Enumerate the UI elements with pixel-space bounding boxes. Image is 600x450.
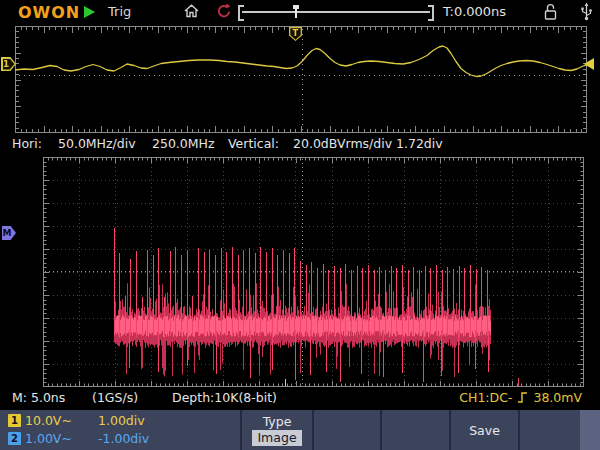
rising-edge-icon bbox=[517, 391, 528, 404]
trigger-status-label: Trig bbox=[108, 4, 131, 19]
trigger-source: CH1:DC- bbox=[459, 390, 512, 405]
type-label: Type bbox=[263, 414, 292, 429]
bar-left-bracket bbox=[238, 5, 244, 21]
sample-rate-readout: (1GS/s) bbox=[92, 390, 138, 405]
unlock-icon bbox=[543, 3, 558, 21]
acquisition-status-row: M: 5.0ns (1GS/s) Depth:10K(8-bit) CH1:DC… bbox=[0, 390, 600, 407]
fft-spectrum-display bbox=[43, 157, 584, 387]
trigger-position-bar[interactable] bbox=[238, 5, 434, 18]
bar-line bbox=[242, 11, 430, 13]
ch1-readout[interactable]: 1 10.0V~ 1.00div bbox=[8, 413, 145, 428]
oscilloscope-screen: OWON Trig T:0.000ns bbox=[0, 0, 600, 450]
menu-cell-type[interactable]: Type Image bbox=[242, 410, 312, 450]
trigger-level-readout: 38.0mV bbox=[533, 390, 582, 405]
run-play-icon bbox=[84, 6, 95, 18]
save-label: Save bbox=[469, 423, 500, 438]
hori-label: Hori: bbox=[12, 136, 42, 151]
timebase-readout: M: 5.0ns bbox=[12, 390, 65, 405]
menu-divider bbox=[518, 410, 520, 450]
ch1-waveform-display bbox=[15, 26, 587, 133]
top-status-bar: OWON Trig T:0.000ns bbox=[0, 0, 600, 25]
trigger-level-arrow[interactable] bbox=[584, 58, 594, 70]
center-frequency: 250.0MHz bbox=[152, 136, 215, 151]
ch2-volts-per-div: 1.00V~ bbox=[25, 431, 80, 446]
type-value-image[interactable]: Image bbox=[252, 430, 301, 446]
fft-settings-row: Hori: 50.0MHz/div 250.0MHz Vertical: 20.… bbox=[0, 136, 600, 153]
bar-right-bracket bbox=[428, 5, 434, 21]
ch2-offset: -1.00div bbox=[98, 431, 149, 446]
trigger-time-readout: T:0.000ns bbox=[443, 4, 506, 19]
menu-divider bbox=[312, 410, 314, 450]
refresh-icon[interactable] bbox=[215, 3, 232, 20]
ch1-position-marker[interactable]: 1 bbox=[1, 57, 16, 71]
usb-icon bbox=[580, 2, 593, 22]
ch1-badge: 1 bbox=[8, 414, 21, 427]
hori-scale: 50.0MHz/div bbox=[58, 136, 136, 151]
vertical-scale: 20.0dBVrms/div bbox=[293, 136, 392, 151]
menu-cell-save[interactable]: Save bbox=[451, 410, 518, 450]
ch1-offset: 1.00div bbox=[98, 413, 145, 428]
vertical-ref-position: 1.72div bbox=[396, 136, 443, 151]
menu-divider bbox=[380, 410, 382, 450]
memory-depth-readout: Depth:10K(8-bit) bbox=[172, 390, 277, 405]
menu-scroll-strip[interactable] bbox=[580, 410, 600, 450]
brand-logo: OWON bbox=[18, 3, 80, 22]
trigger-point-marker[interactable]: T bbox=[289, 27, 302, 41]
math-fft-position-marker[interactable]: M bbox=[2, 226, 16, 240]
ch2-badge: 2 bbox=[8, 432, 21, 445]
home-icon[interactable] bbox=[183, 3, 200, 19]
trigger-readout: CH1:DC- 38.0mV bbox=[459, 390, 582, 405]
bottom-menu-bar: 1 10.0V~ 1.00div 2 1.00V~ -1.00div Type … bbox=[0, 410, 600, 450]
ch2-readout[interactable]: 2 1.00V~ -1.00div bbox=[8, 431, 149, 446]
vertical-label: Vertical: bbox=[228, 136, 279, 151]
ch1-volts-per-div: 10.0V~ bbox=[25, 413, 80, 428]
